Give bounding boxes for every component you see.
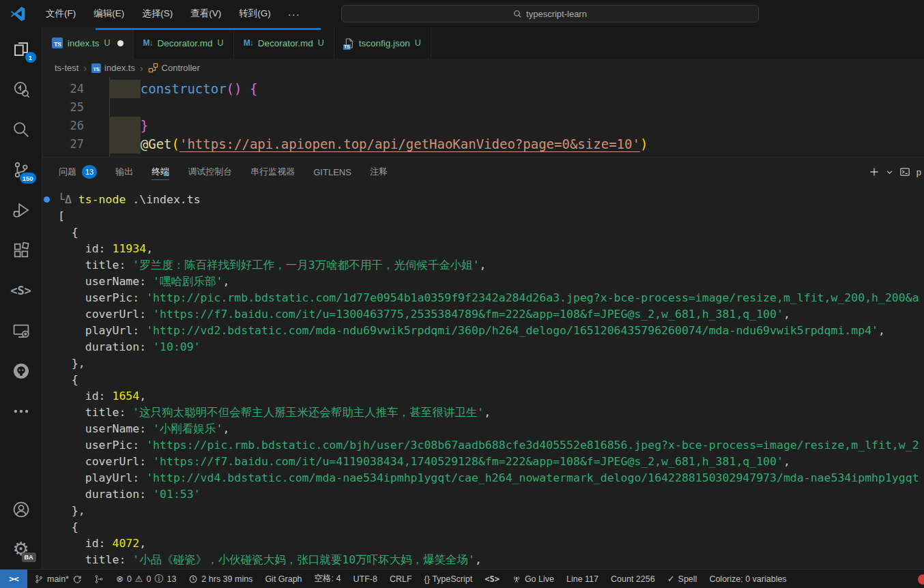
panel-tab-调试控制台[interactable]: 调试控制台	[188, 158, 232, 186]
status-bar: >< main*⊗0⚠0ⓘ132 hrs 39 minsGit Graph空格:…	[0, 569, 924, 588]
status-line-indicator[interactable]: Line 117	[566, 574, 598, 584]
editor[interactable]: 24 constructor() {2526 }27 @Get('https:/…	[42, 77, 924, 157]
status-spell[interactable]: ✓Spell	[667, 574, 697, 584]
activity-explorer-icon[interactable]: 1	[8, 35, 35, 63]
status-count[interactable]: Count 2256	[611, 574, 655, 584]
status-eol[interactable]: CRLF	[390, 574, 412, 584]
panel-tab-问题[interactable]: 问题13	[59, 158, 97, 186]
command-center-search[interactable]: typescript-learn	[341, 5, 759, 23]
tab-Decorator.md[interactable]: M↓Decorator.mdU	[134, 27, 234, 59]
terminal-line: title: '这只狗太聪明不但会帮主人掰玉米还会帮助主人推车，甚至很讲卫生',	[58, 405, 924, 421]
branch-icon	[34, 574, 44, 584]
line-number: 24	[42, 80, 84, 98]
terminal-line: playUrl: 'http://vd4.bdstatic.com/mda-na…	[58, 470, 924, 486]
terminal-line: id: 11934,	[58, 241, 924, 257]
panel-tab-串行监视器[interactable]: 串行监视器	[250, 158, 295, 186]
broadcast-icon	[512, 574, 521, 584]
terminal-line: coverUrl: 'https://f7.baidu.com/it/u=130…	[58, 306, 924, 323]
git-graph-icon	[94, 574, 104, 584]
terminal-line: coverUrl: 'https://f7.baidu.com/it/u=411…	[58, 454, 924, 470]
badge: BA	[22, 553, 36, 562]
terminal-icon[interactable]	[899, 166, 910, 177]
tab-index.ts[interactable]: TSindex.tsU	[42, 27, 134, 59]
panel-tab-输出[interactable]: 输出	[115, 158, 133, 186]
code-line-26[interactable]: }	[109, 117, 148, 135]
terminal-line: title: '小品《碰瓷》，小伙碰瓷大妈，张口就要10万吓坏大妈，爆笑全场',	[58, 552, 924, 568]
breadcrumb-separator: ›	[83, 63, 87, 74]
status-language-mode[interactable]: {} TypeScript	[424, 574, 473, 584]
line-number: 26	[42, 117, 84, 135]
new-terminal-button[interactable]	[869, 166, 880, 177]
status-git-graph-icon[interactable]	[94, 574, 104, 584]
line-number: 27	[42, 135, 84, 153]
status-snippet[interactable]: <S>	[485, 574, 500, 584]
search-value: typescript-learn	[526, 9, 587, 19]
terminal-line: userPic: 'http://pic.rmb.bdstatic.com/1d…	[58, 290, 924, 306]
activity-github-icon[interactable]	[8, 357, 35, 385]
status-git-graph[interactable]: Git Graph	[265, 574, 302, 584]
panel-tab-注释[interactable]: 注释	[370, 158, 388, 186]
panel-tab-终端[interactable]: 终端	[151, 158, 169, 186]
breadcrumb-separator: ›	[140, 63, 143, 74]
breadcrumb-item-index.ts[interactable]: TSindex.ts	[91, 63, 135, 73]
status-colorize[interactable]: Colorize: 0 variables	[709, 574, 786, 584]
dirty-indicator[interactable]	[117, 40, 124, 46]
status-git-branch[interactable]: main*	[34, 574, 82, 584]
git-status-flag: U	[318, 38, 324, 48]
problems-badge: 13	[82, 165, 97, 179]
terminal-line: userName: '小刚看娱乐',	[58, 421, 924, 437]
code-line-24[interactable]: constructor() {	[109, 80, 257, 98]
tab-label: Decorator.md	[258, 38, 313, 48]
menu-item-4[interactable]: 转到(G)	[230, 4, 280, 23]
status-glyph: ⚠	[135, 574, 143, 584]
status-go-live[interactable]: Go Live	[512, 574, 554, 584]
menu-item-1[interactable]: 编辑(E)	[85, 4, 133, 23]
badge: 150	[20, 173, 36, 183]
terminal-line: title: '罗兰度：陈百祥找到好工作，一月3万啥都不用干，光伺候千金小姐',	[58, 257, 924, 274]
activity-code-inspect-icon[interactable]	[8, 76, 35, 103]
terminal-line: └Δ ts-node .\index.ts	[58, 192, 924, 208]
menu-item-3[interactable]: 查看(V)	[182, 4, 230, 23]
status-encoding[interactable]: UTF-8	[353, 574, 377, 584]
git-status-flag: U	[104, 38, 111, 48]
breadcrumb-item-ts-test[interactable]: ts-test	[55, 63, 78, 73]
panel-tab-GITLENS[interactable]: GITLENS	[313, 158, 351, 186]
terminal-line: {	[58, 224, 924, 241]
status-indentation[interactable]: 空格: 4	[315, 573, 341, 585]
activity-search-icon[interactable]	[8, 116, 35, 143]
activity-accounts-icon[interactable]	[8, 496, 35, 523]
code-line-27[interactable]: @Get('https://api.apiopen.top/api/getHao…	[109, 135, 648, 153]
badge: 1	[25, 52, 36, 63]
status-time-tracker[interactable]: 2 hrs 39 mins	[188, 574, 252, 584]
panel-actions: p	[869, 158, 921, 186]
title-bar: 文件(F)编辑(E)选择(S)查看(V)转到(G) ··· typescript…	[0, 0, 924, 27]
menu-item-0[interactable]: 文件(F)	[37, 4, 85, 23]
sync-icon	[72, 574, 82, 584]
activity-settings-icon[interactable]: ⚙BA	[8, 535, 35, 562]
activity-live-server-icon[interactable]: <S>	[8, 277, 35, 304]
menu-item-2[interactable]: 选择(S)	[133, 4, 182, 23]
activity-more-views-icon[interactable]	[8, 398, 35, 425]
chevron-down-icon[interactable]	[886, 168, 893, 176]
status-problems[interactable]: ⊗0⚠0ⓘ13	[116, 573, 176, 585]
activity-remote-explorer-icon[interactable]	[8, 317, 35, 344]
command-decoration-dot[interactable]	[44, 196, 50, 203]
line-number: 25	[42, 98, 84, 117]
notification-dot[interactable]	[918, 574, 924, 585]
shell-name-label[interactable]: p	[916, 167, 921, 177]
tab-label: Decorator.md	[158, 38, 213, 48]
activity-extensions-icon[interactable]	[8, 237, 35, 264]
activity-run-and-debug-icon[interactable]	[8, 196, 35, 224]
menu-more-button[interactable]: ···	[280, 8, 308, 20]
tab-Decorator.md[interactable]: M↓Decorator.mdU	[234, 27, 334, 59]
terminal-line: userName: '嘿哈剧乐部',	[58, 274, 924, 290]
tab-tsconfig.json[interactable]: TStsconfig.jsonU	[334, 27, 431, 59]
breadcrumb-item-Controller[interactable]: Controller	[148, 63, 200, 73]
remote-indicator[interactable]: ><	[0, 570, 27, 588]
terminal-line: id: 1654,	[58, 388, 924, 405]
git-status-flag: U	[415, 38, 421, 48]
terminal-output[interactable]: └Δ ts-node .\index.ts[ { id: 11934, titl…	[42, 186, 924, 569]
vscode-window: { "titlebar": { "menus": ["文件(F)", "编辑(E…	[0, 0, 924, 588]
activity-source-control-icon[interactable]: 150	[8, 156, 35, 183]
progress-bar	[96, 28, 321, 30]
